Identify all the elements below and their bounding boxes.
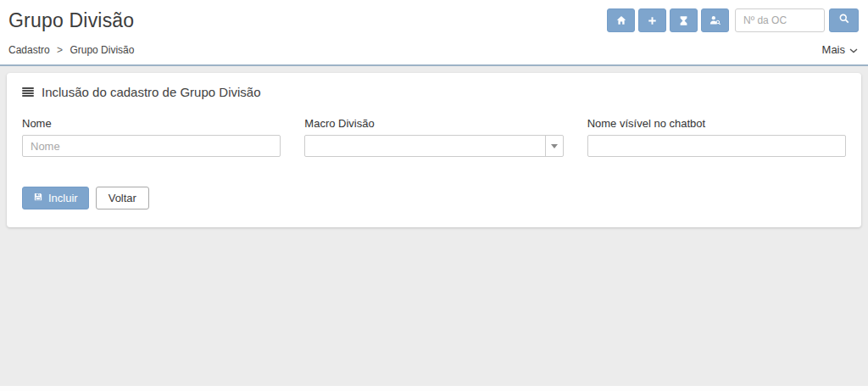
select-caret-segment[interactable] <box>545 136 563 156</box>
voltar-button[interactable]: Voltar <box>96 187 149 209</box>
card-title: Inclusão do cadastro de Grupo Divisão <box>42 85 260 99</box>
field-macro-divisao: Macro Divisão <box>304 117 563 157</box>
header-toolbar <box>607 8 859 32</box>
nome-label: Nome <box>22 117 281 130</box>
chevron-down-icon <box>849 43 858 56</box>
plus-icon <box>647 15 658 26</box>
oc-search-input[interactable] <box>735 8 825 32</box>
list-icon <box>22 87 34 97</box>
breadcrumb-separator: > <box>57 44 63 56</box>
user-search-button[interactable] <box>701 8 729 32</box>
field-nome: Nome <box>22 117 281 157</box>
home-button[interactable] <box>607 8 635 32</box>
voltar-button-label: Voltar <box>108 192 136 204</box>
user-search-icon <box>709 14 721 26</box>
nome-input[interactable] <box>22 135 281 157</box>
caret-down-icon <box>551 144 558 148</box>
macro-divisao-label: Macro Divisão <box>304 117 563 130</box>
more-menu-button[interactable]: Mais <box>822 43 858 56</box>
nome-chatbot-input[interactable] <box>587 135 846 157</box>
footer-strip <box>0 386 868 391</box>
incluir-button-label: Incluir <box>48 192 78 204</box>
inclusion-form-card: Inclusão do cadastro de Grupo Divisão No… <box>7 73 861 227</box>
page-content: Inclusão do cadastro de Grupo Divisão No… <box>0 66 868 386</box>
oc-search-group <box>735 8 859 32</box>
breadcrumb: Cadastro > Grupo Divisão <box>8 44 134 56</box>
more-menu-label: Mais <box>822 43 845 56</box>
history-button[interactable] <box>670 8 698 32</box>
form-row: Nome Macro Divisão Nome vísível no chatb… <box>15 117 853 157</box>
card-header: Inclusão do cadastro de Grupo Divisão <box>15 81 853 103</box>
field-nome-chatbot: Nome vísível no chatbot <box>587 117 846 157</box>
search-icon <box>838 13 850 28</box>
add-button[interactable] <box>638 8 666 32</box>
search-button[interactable] <box>829 8 859 32</box>
page-title: Grupo Divisão <box>8 8 134 32</box>
nome-chatbot-label: Nome vísível no chatbot <box>587 117 846 130</box>
home-icon <box>615 14 627 26</box>
hourglass-icon <box>678 15 689 26</box>
incluir-button[interactable]: Incluir <box>22 187 89 209</box>
macro-divisao-select[interactable] <box>304 135 563 157</box>
breadcrumb-item-grupo-divisao[interactable]: Grupo Divisão <box>70 44 134 56</box>
button-row: Incluir Voltar <box>15 187 853 209</box>
page-header: Grupo Divisão <box>0 0 868 64</box>
save-icon <box>33 192 43 204</box>
breadcrumb-item-cadastro[interactable]: Cadastro <box>8 44 50 56</box>
